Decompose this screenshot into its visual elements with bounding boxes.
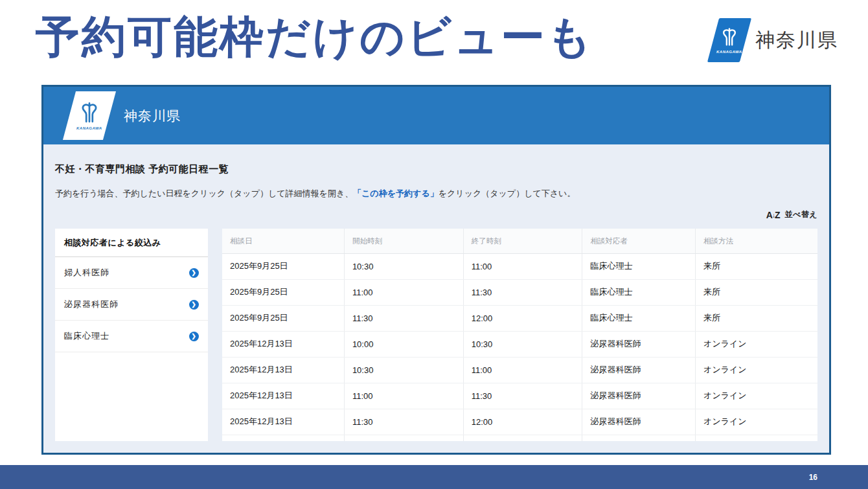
filter-item-gynecologist[interactable]: 婦人科医師 ❯ bbox=[55, 257, 208, 289]
column-header-method: 相談方法 bbox=[696, 229, 817, 254]
app-heading: 不妊・不育専門相談 予約可能日程一覧 bbox=[55, 163, 817, 176]
cell-consultant: 臨床心理士 bbox=[582, 254, 696, 280]
sort-az-icon: A↓Z bbox=[766, 210, 781, 220]
cell-start: 11:00 bbox=[344, 280, 463, 306]
instruction-text: 予約を行う場合、予約したい日程をクリック（タップ）して詳細情報を開き、「この枠を… bbox=[55, 188, 817, 199]
table-row[interactable]: 2026年1月1日 10:00 10:30 臨床心理士 来所 bbox=[222, 435, 817, 442]
app-body: 不妊・不育専門相談 予約可能日程一覧 予約を行う場合、予約したい日程をクリック（… bbox=[43, 163, 829, 441]
sort-row: A↓Z 並べ替え bbox=[55, 209, 817, 220]
table-row[interactable]: 2025年12月13日 11:30 12:00 泌尿器科医師 オンライン bbox=[222, 409, 817, 435]
table-row[interactable]: 2025年12月13日 10:30 11:00 泌尿器科医師 オンライン bbox=[222, 358, 817, 383]
column-header-end: 終了時刻 bbox=[463, 229, 582, 254]
chevron-right-icon: ❯ bbox=[189, 332, 199, 341]
table-row[interactable]: 2025年12月13日 10:00 10:30 泌尿器科医師 オンライン bbox=[222, 332, 817, 358]
cell-end: 12:00 bbox=[463, 409, 582, 435]
cell-start: 11:30 bbox=[344, 409, 463, 435]
cell-date: 2025年9月25日 bbox=[222, 254, 344, 280]
reserve-link-mention: 「この枠を予約する」 bbox=[353, 188, 439, 198]
cell-consultant: 泌尿器科医師 bbox=[582, 332, 696, 358]
instruction-prefix: 予約を行う場合、予約したい日程をクリック（タップ）して詳細情報を開き、 bbox=[55, 188, 353, 198]
kanagawa-emblem-icon bbox=[79, 101, 100, 126]
cell-method: 来所 bbox=[696, 306, 817, 332]
filter-item-label: 泌尿器科医師 bbox=[64, 299, 119, 310]
table-header-row: 相談日 開始時刻 終了時刻 相談対応者 相談方法 bbox=[222, 229, 817, 254]
cell-date: 2025年12月13日 bbox=[222, 332, 344, 358]
cell-start: 10:30 bbox=[344, 358, 463, 383]
reservation-app-screenshot: KANAGAWA 神奈川県 不妊・不育専門相談 予約可能日程一覧 予約を行う場合… bbox=[41, 85, 831, 455]
instruction-suffix: をクリック（タップ）して下さい。 bbox=[439, 188, 576, 198]
cell-consultant: 臨床心理士 bbox=[582, 435, 696, 442]
filter-item-psychologist[interactable]: 臨床心理士 ❯ bbox=[55, 321, 208, 352]
cell-date: 2025年9月25日 bbox=[222, 306, 344, 332]
chevron-right-icon: ❯ bbox=[189, 300, 199, 310]
cell-start: 11:00 bbox=[344, 383, 463, 409]
cell-start: 10:30 bbox=[344, 254, 463, 280]
cell-end: 10:30 bbox=[463, 435, 582, 442]
app-header: KANAGAWA 神奈川県 bbox=[43, 87, 829, 144]
table-row[interactable]: 2025年9月25日 10:30 11:00 臨床心理士 来所 bbox=[222, 254, 817, 280]
cell-date: 2025年9月25日 bbox=[222, 280, 344, 306]
cell-end: 11:30 bbox=[463, 383, 582, 409]
cell-method: 来所 bbox=[696, 254, 817, 280]
table-row[interactable]: 2025年12月13日 11:00 11:30 泌尿器科医師 オンライン bbox=[222, 383, 817, 409]
kanagawa-logo: KANAGAWA bbox=[707, 18, 751, 62]
cell-end: 10:30 bbox=[463, 332, 582, 358]
schedule-table: 相談日 開始時刻 終了時刻 相談対応者 相談方法 2025年9月25日 10:3… bbox=[222, 229, 817, 441]
filter-title: 相談対応者による絞込み bbox=[55, 229, 208, 257]
kanagawa-brand-name: 神奈川県 bbox=[755, 27, 838, 54]
cell-method: 来所 bbox=[696, 435, 817, 442]
kanagawa-emblem-icon bbox=[720, 27, 738, 49]
cell-consultant: 泌尿器科医師 bbox=[582, 383, 696, 409]
page-title: 予約可能枠だけのビューも bbox=[36, 10, 594, 63]
cell-start: 10:00 bbox=[344, 435, 463, 442]
cell-date: 2025年12月13日 bbox=[222, 383, 344, 409]
cell-date: 2025年12月13日 bbox=[222, 409, 344, 435]
table-row[interactable]: 2025年9月25日 11:00 11:30 臨床心理士 来所 bbox=[222, 280, 817, 306]
cell-start: 10:00 bbox=[344, 332, 463, 358]
cell-method: オンライン bbox=[696, 332, 817, 358]
cell-method: 来所 bbox=[696, 280, 817, 306]
kanagawa-brand: KANAGAWA 神奈川県 bbox=[713, 18, 838, 62]
slide: 予約可能枠だけのビューも KANAGAWA 神奈川県 bbox=[0, 0, 868, 489]
cell-method: オンライン bbox=[696, 358, 817, 383]
chevron-right-icon: ❯ bbox=[189, 268, 199, 278]
table-row[interactable]: 2025年9月25日 11:30 12:00 臨床心理士 来所 bbox=[222, 306, 817, 332]
cell-end: 12:00 bbox=[463, 306, 582, 332]
app-kanagawa-logo[interactable]: KANAGAWA bbox=[63, 91, 116, 140]
cell-date: 2026年1月1日 bbox=[222, 435, 344, 442]
filter-item-label: 臨床心理士 bbox=[64, 330, 109, 342]
cell-start: 11:30 bbox=[344, 306, 463, 332]
cell-end: 11:00 bbox=[463, 254, 582, 280]
cell-consultant: 泌尿器科医師 bbox=[582, 409, 696, 435]
cell-consultant: 臨床心理士 bbox=[582, 306, 696, 332]
page-number: 16 bbox=[809, 473, 817, 482]
cell-consultant: 臨床心理士 bbox=[582, 280, 696, 306]
filter-item-urologist[interactable]: 泌尿器科医師 ❯ bbox=[55, 289, 208, 321]
column-header-start: 開始時刻 bbox=[344, 229, 463, 254]
filter-item-label: 婦人科医師 bbox=[64, 267, 109, 279]
cell-method: オンライン bbox=[696, 383, 817, 409]
app-logo-caption: KANAGAWA bbox=[76, 126, 102, 130]
cell-date: 2025年12月13日 bbox=[222, 358, 344, 383]
sort-button[interactable]: A↓Z 並べ替え bbox=[766, 209, 817, 220]
column-header-date: 相談日 bbox=[222, 229, 344, 254]
app-brand-name: 神奈川県 bbox=[124, 107, 181, 125]
cell-end: 11:00 bbox=[463, 358, 582, 383]
app-main: 相談対応者による絞込み 婦人科医師 ❯ 泌尿器科医師 ❯ 臨床心理士 ❯ bbox=[55, 229, 817, 441]
sort-label: 並べ替え bbox=[784, 209, 817, 220]
cell-end: 11:30 bbox=[463, 280, 582, 306]
cell-method: オンライン bbox=[696, 409, 817, 435]
kanagawa-logo-caption: KANAGAWA bbox=[716, 50, 742, 54]
slide-footer: 16 bbox=[0, 465, 868, 489]
cell-consultant: 泌尿器科医師 bbox=[582, 358, 696, 383]
filter-sidebar: 相談対応者による絞込み 婦人科医師 ❯ 泌尿器科医師 ❯ 臨床心理士 ❯ bbox=[55, 229, 208, 441]
column-header-consultant: 相談対応者 bbox=[582, 229, 696, 254]
